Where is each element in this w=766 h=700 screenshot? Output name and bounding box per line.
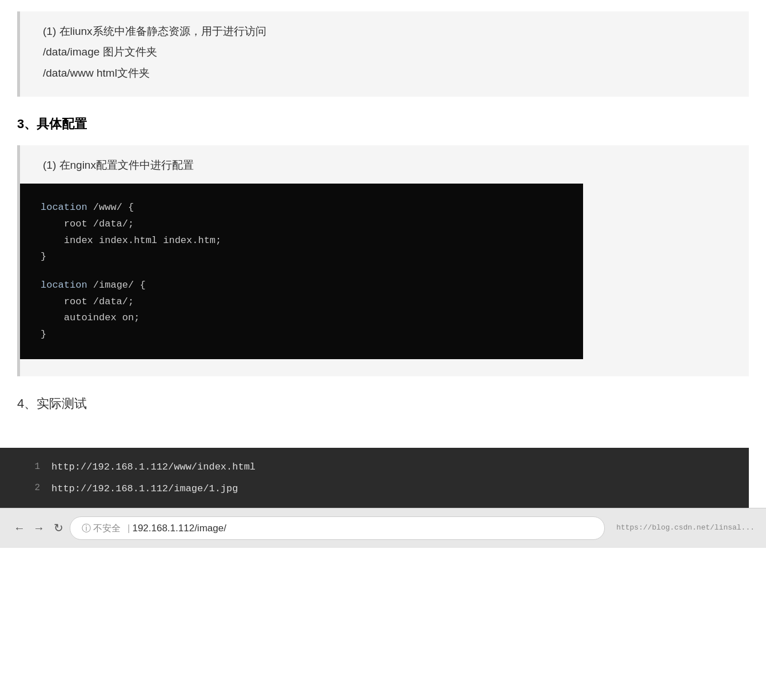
code-line-1: location /www/ { bbox=[41, 200, 562, 216]
line-number-1: 1 bbox=[17, 460, 40, 475]
line-number-2: 2 bbox=[17, 481, 40, 496]
section1-line1: (1) 在liunx系统中准备静态资源，用于进行访问 bbox=[43, 23, 732, 40]
reload-button[interactable]: ↻ bbox=[50, 520, 66, 536]
section3-heading: 3、具体配置 bbox=[17, 114, 749, 134]
code-block: location /www/ { root /data/; index inde… bbox=[20, 184, 583, 360]
section3-blockquote-text: (1) 在nginx配置文件中进行配置 bbox=[43, 157, 732, 174]
test-line-1: 1 http://192.168.1.112/www/index.html bbox=[17, 459, 732, 475]
test-url-1: http://192.168.1.112/www/index.html bbox=[51, 459, 256, 475]
code-line-7: root /data/; bbox=[41, 294, 562, 311]
test-line-2: 2 http://192.168.1.112/image/1.jpg bbox=[17, 481, 732, 496]
page-container: (1) 在liunx系统中准备静态资源，用于进行访问 /data/image 图… bbox=[0, 0, 766, 448]
code-line-3: index index.html index.htm; bbox=[41, 233, 562, 249]
section1-blockquote: (1) 在liunx系统中准备静态资源，用于进行访问 /data/image 图… bbox=[17, 11, 749, 97]
browser-link-hint: https://blog.csdn.net/linsal... bbox=[616, 522, 755, 534]
code-line-6: location /image/ { bbox=[41, 277, 562, 294]
not-secure-text: 不安全 bbox=[93, 521, 121, 536]
code-line-2: root /data/; bbox=[41, 216, 562, 233]
code-line-4: } bbox=[41, 249, 562, 265]
code-empty-line bbox=[41, 265, 562, 277]
url-display: 192.168.1.112/image/ bbox=[132, 520, 226, 536]
test-url-2: http://192.168.1.112/image/1.jpg bbox=[51, 481, 238, 496]
address-bar[interactable]: ⓘ 不安全 | 192.168.1.112/image/ bbox=[70, 516, 605, 540]
section4-heading: 4、实际测试 bbox=[17, 393, 749, 413]
back-button[interactable]: ← bbox=[11, 520, 27, 536]
forward-button[interactable]: → bbox=[31, 520, 47, 536]
test-block: 1 http://192.168.1.112/www/index.html 2 … bbox=[0, 448, 749, 507]
code-line-8: autoindex on; bbox=[41, 310, 562, 327]
info-icon: ⓘ bbox=[82, 521, 91, 536]
section1-line2: /data/image 图片文件夹 bbox=[43, 43, 732, 61]
browser-bar: ← → ↻ ⓘ 不安全 | 192.168.1.112/image/ https… bbox=[0, 508, 766, 548]
section3-blockquote: (1) 在nginx配置文件中进行配置 location /www/ { roo… bbox=[17, 145, 749, 376]
url-separator: | bbox=[127, 520, 130, 536]
not-secure-indicator: ⓘ 不安全 bbox=[82, 521, 121, 536]
section1-line3: /data/www html文件夹 bbox=[43, 65, 732, 82]
code-line-9: } bbox=[41, 327, 562, 343]
